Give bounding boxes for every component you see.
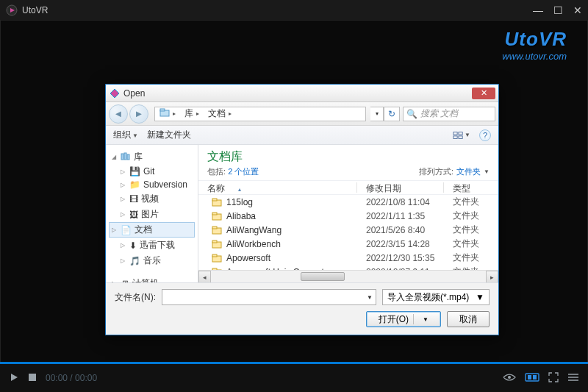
close-button[interactable]: ✕ — [573, 4, 582, 16]
folder-icon — [212, 198, 222, 207]
tree-item-picture[interactable]: ▷🖼图片 — [109, 207, 195, 222]
vr-mode-button[interactable] — [525, 372, 539, 384]
help-button[interactable]: ? — [479, 129, 491, 141]
file-filter-select[interactable]: 导入全景视频(*.mp4)▼ — [382, 289, 490, 305]
file-rows: 115log2022/10/8 11:04文件夹Alibaba2022/1/11… — [198, 195, 498, 270]
svg-marker-27 — [11, 374, 18, 381]
svg-rect-30 — [526, 374, 539, 381]
svg-rect-11 — [124, 153, 126, 160]
breadcrumb-history-button[interactable]: ▾ — [370, 107, 384, 121]
breadcrumb-seg-documents[interactable]: 文档▸ — [204, 107, 236, 120]
svg-rect-10 — [121, 154, 123, 160]
folder-icon — [212, 212, 222, 221]
tree-item-computer[interactable]: ▷🖥计算机 — [109, 276, 195, 282]
tree-item-music[interactable]: ▷🎵音乐 — [109, 253, 195, 268]
svg-rect-12 — [127, 154, 129, 160]
document-icon: 📄 — [121, 225, 132, 235]
svg-rect-6 — [453, 132, 457, 135]
tree-item-download[interactable]: ▷⬇迅雷下载 — [109, 238, 195, 253]
svg-rect-18 — [212, 227, 217, 229]
brand-url: www.utovr.com — [502, 51, 567, 62]
svn-icon: 📁 — [129, 179, 140, 190]
svg-rect-5 — [160, 109, 165, 111]
cancel-button[interactable]: 取消 — [447, 311, 490, 327]
organize-button[interactable]: 组织▼ — [113, 129, 138, 141]
file-row[interactable]: Alibaba2022/1/11 1:35文件夹 — [198, 209, 498, 223]
playback-time: 00:00 / 00:00 — [46, 373, 97, 383]
app-logo-icon — [6, 4, 18, 16]
library-locations-link[interactable]: 2 个位置 — [228, 167, 259, 176]
svg-rect-9 — [459, 135, 462, 138]
player-controls: 00:00 / 00:00 — [0, 364, 588, 392]
tree-item-svn[interactable]: ▷📁Subversion — [109, 178, 195, 191]
breadcrumb[interactable]: ▸ 库▸ 文档▸ — [154, 107, 366, 121]
app-viewport: UtoVR www.utovr.com Open ✕ ◄ ► ▸ 库▸ 文档▸ … — [0, 20, 588, 364]
library-title: 文档库 — [207, 149, 259, 165]
filename-input[interactable]: ▼ — [162, 289, 376, 305]
brand-name: UtoVR — [502, 28, 567, 51]
minimize-button[interactable]: — — [533, 4, 543, 16]
folder-icon — [212, 240, 222, 249]
column-header-date[interactable]: 修改日期 — [357, 181, 444, 194]
svg-rect-32 — [533, 375, 537, 379]
music-icon: 🎵 — [129, 256, 140, 266]
app-title: UtoVR — [22, 5, 533, 15]
file-row[interactable]: 115log2022/10/8 11:04文件夹 — [198, 195, 498, 209]
view-options-button[interactable]: ▼ — [453, 128, 470, 143]
tree-item-document[interactable]: ▷📄文档 — [109, 222, 195, 238]
svg-rect-22 — [212, 254, 217, 257]
tree-item-library[interactable]: ◢库 — [109, 149, 195, 165]
stop-button[interactable] — [28, 372, 37, 384]
svg-rect-7 — [459, 132, 462, 135]
library-icon — [159, 108, 170, 119]
svg-rect-28 — [29, 374, 36, 381]
horizontal-scrollbar[interactable]: ◂▸ — [198, 270, 498, 282]
svg-rect-31 — [528, 375, 531, 379]
dialog-nav: ◄ ► ▸ 库▸ 文档▸ ▾ ↻ 🔍 搜索 文档 — [106, 102, 498, 126]
picture-icon: 🖼 — [129, 210, 138, 220]
fullscreen-button[interactable] — [548, 372, 559, 385]
open-file-dialog: Open ✕ ◄ ► ▸ 库▸ 文档▸ ▾ ↻ 🔍 搜索 文档 组织▼ 新建文件… — [105, 84, 499, 335]
search-input[interactable]: 🔍 搜索 文档 — [403, 107, 495, 121]
filename-label: 文件名(N): — [115, 291, 156, 304]
eye-mode-button[interactable] — [503, 372, 516, 384]
playlist-button[interactable] — [567, 372, 579, 384]
play-button[interactable] — [9, 372, 19, 385]
dialog-close-button[interactable]: ✕ — [472, 88, 495, 99]
file-row[interactable]: Apowersoft2022/12/30 15:35文件夹 — [198, 251, 498, 265]
file-row[interactable]: AliWorkbench2022/3/15 14:28文件夹 — [198, 237, 498, 251]
breadcrumb-seg-library[interactable]: 库▸ — [180, 107, 204, 120]
search-placeholder: 搜索 文档 — [420, 107, 458, 120]
dialog-titlebar[interactable]: Open ✕ — [106, 85, 498, 102]
dialog-title: Open — [123, 88, 472, 99]
svg-rect-20 — [212, 240, 217, 243]
new-folder-button[interactable]: 新建文件夹 — [147, 129, 191, 141]
search-icon: 🔍 — [406, 109, 417, 119]
folder-icon — [212, 254, 222, 263]
nav-forward-button[interactable]: ► — [129, 104, 148, 124]
svg-rect-14 — [212, 199, 217, 201]
refresh-button[interactable]: ↻ — [384, 107, 400, 121]
nav-back-button[interactable]: ◄ — [109, 104, 128, 124]
tree-item-video[interactable]: ▷🎞视频 — [109, 191, 195, 207]
library-icon — [121, 152, 131, 163]
app-titlebar: UtoVR — ☐ ✕ — [0, 0, 588, 20]
sort-by-control[interactable]: 排列方式: 文件夹 ▼ — [419, 166, 490, 177]
svg-rect-8 — [453, 135, 457, 138]
file-row[interactable]: Apowersoft Heic Converter2022/10/27 9:11… — [198, 265, 498, 270]
download-icon: ⬇ — [129, 240, 137, 251]
open-button[interactable]: 打开(O)▼ — [366, 311, 441, 327]
file-row[interactable]: AliWangWang2021/5/26 8:40文件夹 — [198, 223, 498, 237]
file-listing: 文档库 包括: 2 个位置 排列方式: 文件夹 ▼ 名称▴ 修改日期 类型 11… — [198, 145, 498, 282]
git-icon: 💾 — [129, 166, 140, 177]
column-header-type[interactable]: 类型 — [444, 181, 498, 194]
brand: UtoVR www.utovr.com — [502, 28, 567, 62]
dialog-footer: 文件名(N): ▼ 导入全景视频(*.mp4)▼ 打开(O)▼ 取消 — [106, 282, 498, 335]
dialog-toolbar: 组织▼ 新建文件夹 ▼ ? — [106, 126, 498, 145]
tree-item-git[interactable]: ▷💾Git — [109, 165, 195, 178]
column-header-name[interactable]: 名称▴ — [198, 181, 357, 194]
library-includes: 包括: 2 个位置 — [207, 166, 259, 177]
dialog-app-icon — [109, 88, 121, 99]
maximize-button[interactable]: ☐ — [553, 4, 563, 16]
video-icon: 🎞 — [129, 194, 138, 204]
